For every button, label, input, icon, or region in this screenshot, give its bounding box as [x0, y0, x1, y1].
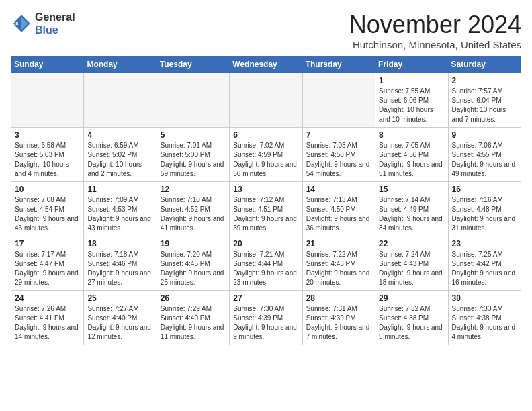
- day-cell: 15Sunrise: 7:14 AM Sunset: 4:49 PM Dayli…: [375, 182, 448, 236]
- logo-text: General Blue: [35, 11, 75, 36]
- page-header: GB General Blue November 2024 Hutchinson…: [11, 11, 521, 50]
- day-cell: 16Sunrise: 7:16 AM Sunset: 4:48 PM Dayli…: [448, 182, 521, 236]
- day-cell: 18Sunrise: 7:18 AM Sunset: 4:46 PM Dayli…: [84, 236, 157, 291]
- day-info: Sunrise: 7:12 AM Sunset: 4:51 PM Dayligh…: [233, 195, 298, 233]
- day-number: 14: [306, 185, 371, 194]
- day-info: Sunrise: 7:57 AM Sunset: 6:04 PM Dayligh…: [452, 87, 517, 124]
- day-number: 16: [452, 185, 517, 194]
- day-info: Sunrise: 7:30 AM Sunset: 4:39 PM Dayligh…: [233, 304, 298, 342]
- day-cell: 17Sunrise: 7:17 AM Sunset: 4:47 PM Dayli…: [11, 236, 84, 291]
- day-info: Sunrise: 7:01 AM Sunset: 5:00 PM Dayligh…: [161, 141, 226, 179]
- day-info: Sunrise: 7:06 AM Sunset: 4:55 PM Dayligh…: [452, 141, 517, 179]
- day-info: Sunrise: 7:14 AM Sunset: 4:49 PM Dayligh…: [379, 195, 444, 233]
- day-cell: 9Sunrise: 7:06 AM Sunset: 4:55 PM Daylig…: [448, 128, 521, 182]
- logo-general: General: [35, 11, 75, 23]
- day-number: 29: [379, 293, 444, 303]
- day-cell: [230, 73, 302, 128]
- day-cell: 30Sunrise: 7:33 AM Sunset: 4:38 PM Dayli…: [448, 291, 521, 345]
- day-number: 28: [306, 293, 371, 303]
- day-number: 21: [306, 239, 371, 248]
- day-number: 27: [233, 293, 298, 303]
- day-cell: [302, 73, 375, 128]
- day-number: 25: [87, 293, 152, 303]
- day-info: Sunrise: 7:03 AM Sunset: 4:58 PM Dayligh…: [306, 141, 371, 179]
- day-cell: 3Sunrise: 6:58 AM Sunset: 5:03 PM Daylig…: [11, 128, 84, 182]
- day-info: Sunrise: 7:21 AM Sunset: 4:44 PM Dayligh…: [233, 250, 298, 287]
- day-number: 26: [161, 293, 226, 303]
- calendar-table: SundayMondayTuesdayWednesdayThursdayFrid…: [11, 56, 521, 345]
- day-number: 7: [306, 130, 371, 140]
- day-number: 8: [379, 130, 444, 140]
- day-number: 30: [452, 293, 517, 303]
- day-cell: 24Sunrise: 7:26 AM Sunset: 4:41 PM Dayli…: [11, 291, 84, 345]
- day-cell: 5Sunrise: 7:01 AM Sunset: 5:00 PM Daylig…: [157, 128, 229, 182]
- day-cell: 29Sunrise: 7:32 AM Sunset: 4:38 PM Dayli…: [375, 291, 448, 345]
- day-info: Sunrise: 7:24 AM Sunset: 4:43 PM Dayligh…: [379, 250, 444, 287]
- logo-blue: Blue: [35, 24, 58, 36]
- logo-icon: GB: [11, 13, 32, 34]
- day-cell: 21Sunrise: 7:22 AM Sunset: 4:43 PM Dayli…: [302, 236, 375, 291]
- day-cell: 14Sunrise: 7:13 AM Sunset: 4:50 PM Dayli…: [302, 182, 375, 236]
- day-number: 2: [452, 76, 517, 85]
- day-info: Sunrise: 7:27 AM Sunset: 4:40 PM Dayligh…: [87, 304, 152, 342]
- day-number: 9: [452, 130, 517, 140]
- day-number: 24: [15, 293, 80, 303]
- week-row-2: 3Sunrise: 6:58 AM Sunset: 5:03 PM Daylig…: [11, 128, 521, 182]
- week-row-4: 17Sunrise: 7:17 AM Sunset: 4:47 PM Dayli…: [11, 236, 521, 291]
- day-number: 23: [452, 239, 517, 248]
- day-info: Sunrise: 7:17 AM Sunset: 4:47 PM Dayligh…: [15, 250, 80, 287]
- day-cell: 10Sunrise: 7:08 AM Sunset: 4:54 PM Dayli…: [11, 182, 84, 236]
- day-info: Sunrise: 7:31 AM Sunset: 4:39 PM Dayligh…: [306, 304, 371, 342]
- day-info: Sunrise: 6:58 AM Sunset: 5:03 PM Dayligh…: [15, 141, 80, 179]
- week-row-3: 10Sunrise: 7:08 AM Sunset: 4:54 PM Dayli…: [11, 182, 521, 236]
- day-info: Sunrise: 7:05 AM Sunset: 4:56 PM Dayligh…: [379, 141, 444, 179]
- day-info: Sunrise: 7:20 AM Sunset: 4:45 PM Dayligh…: [161, 250, 226, 287]
- day-info: Sunrise: 7:02 AM Sunset: 4:59 PM Dayligh…: [233, 141, 298, 179]
- day-number: 11: [87, 185, 152, 194]
- day-info: Sunrise: 7:26 AM Sunset: 4:41 PM Dayligh…: [15, 304, 80, 342]
- header-cell-wednesday: Wednesday: [230, 56, 302, 73]
- header-cell-thursday: Thursday: [302, 56, 375, 73]
- svg-text:GB: GB: [13, 21, 18, 26]
- day-number: 22: [379, 239, 444, 248]
- day-cell: 12Sunrise: 7:10 AM Sunset: 4:52 PM Dayli…: [157, 182, 229, 236]
- day-cell: 1Sunrise: 7:55 AM Sunset: 6:06 PM Daylig…: [375, 73, 448, 128]
- day-cell: [11, 73, 84, 128]
- day-number: 6: [233, 130, 298, 140]
- day-number: 4: [87, 130, 152, 140]
- day-info: Sunrise: 7:29 AM Sunset: 4:40 PM Dayligh…: [161, 304, 226, 342]
- day-number: 20: [233, 239, 298, 248]
- day-cell: 8Sunrise: 7:05 AM Sunset: 4:56 PM Daylig…: [375, 128, 448, 182]
- day-info: Sunrise: 7:10 AM Sunset: 4:52 PM Dayligh…: [161, 195, 226, 233]
- day-cell: 20Sunrise: 7:21 AM Sunset: 4:44 PM Dayli…: [230, 236, 302, 291]
- day-info: Sunrise: 7:18 AM Sunset: 4:46 PM Dayligh…: [87, 250, 152, 287]
- day-number: 5: [161, 130, 226, 140]
- day-cell: 4Sunrise: 6:59 AM Sunset: 5:02 PM Daylig…: [84, 128, 157, 182]
- day-number: 17: [15, 239, 80, 248]
- day-cell: 25Sunrise: 7:27 AM Sunset: 4:40 PM Dayli…: [84, 291, 157, 345]
- day-cell: 22Sunrise: 7:24 AM Sunset: 4:43 PM Dayli…: [375, 236, 448, 291]
- day-cell: 7Sunrise: 7:03 AM Sunset: 4:58 PM Daylig…: [302, 128, 375, 182]
- header-cell-saturday: Saturday: [448, 56, 521, 73]
- day-number: 12: [161, 185, 226, 194]
- title-block: November 2024 Hutchinson, Minnesota, Uni…: [349, 11, 521, 50]
- day-cell: [84, 73, 157, 128]
- header-row: SundayMondayTuesdayWednesdayThursdayFrid…: [11, 56, 521, 73]
- header-cell-tuesday: Tuesday: [157, 56, 229, 73]
- day-info: Sunrise: 7:13 AM Sunset: 4:50 PM Dayligh…: [306, 195, 371, 233]
- day-cell: 2Sunrise: 7:57 AM Sunset: 6:04 PM Daylig…: [448, 73, 521, 128]
- day-cell: 19Sunrise: 7:20 AM Sunset: 4:45 PM Dayli…: [157, 236, 229, 291]
- month-title: November 2024: [349, 11, 521, 39]
- day-cell: 23Sunrise: 7:25 AM Sunset: 4:42 PM Dayli…: [448, 236, 521, 291]
- header-cell-friday: Friday: [375, 56, 448, 73]
- day-number: 15: [379, 185, 444, 194]
- day-cell: 26Sunrise: 7:29 AM Sunset: 4:40 PM Dayli…: [157, 291, 229, 345]
- day-info: Sunrise: 7:22 AM Sunset: 4:43 PM Dayligh…: [306, 250, 371, 287]
- week-row-1: 1Sunrise: 7:55 AM Sunset: 6:06 PM Daylig…: [11, 73, 521, 128]
- day-cell: 11Sunrise: 7:09 AM Sunset: 4:53 PM Dayli…: [84, 182, 157, 236]
- day-info: Sunrise: 7:09 AM Sunset: 4:53 PM Dayligh…: [87, 195, 152, 233]
- day-info: Sunrise: 7:32 AM Sunset: 4:38 PM Dayligh…: [379, 304, 444, 342]
- day-number: 10: [15, 185, 80, 194]
- week-row-5: 24Sunrise: 7:26 AM Sunset: 4:41 PM Dayli…: [11, 291, 521, 345]
- day-info: Sunrise: 7:25 AM Sunset: 4:42 PM Dayligh…: [452, 250, 517, 287]
